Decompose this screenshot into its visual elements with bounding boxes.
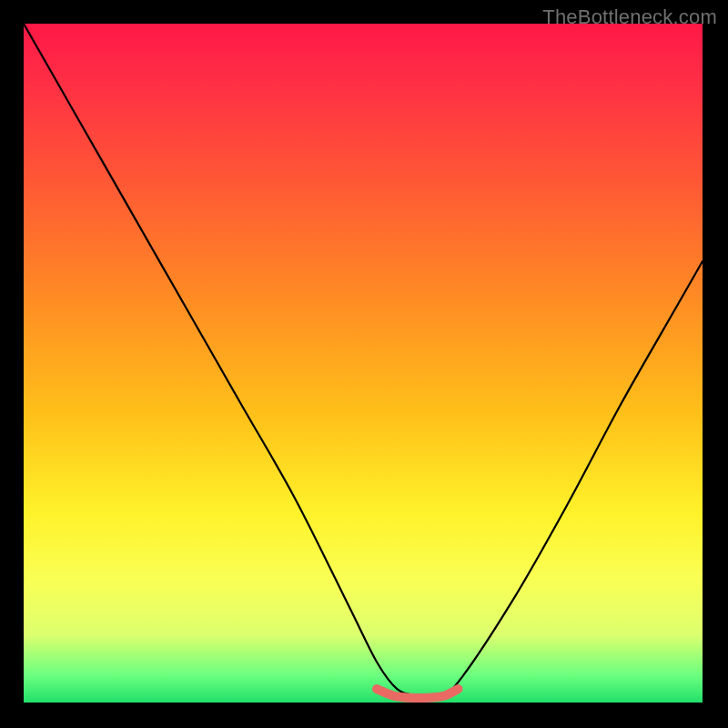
bottleneck-curve	[24, 24, 703, 697]
chart-frame: TheBottleneck.com	[0, 0, 728, 728]
chart-svg	[24, 24, 703, 703]
valley-highlight	[377, 689, 459, 698]
chart-plot-area	[24, 24, 703, 703]
watermark-text: TheBottleneck.com	[542, 5, 717, 29]
